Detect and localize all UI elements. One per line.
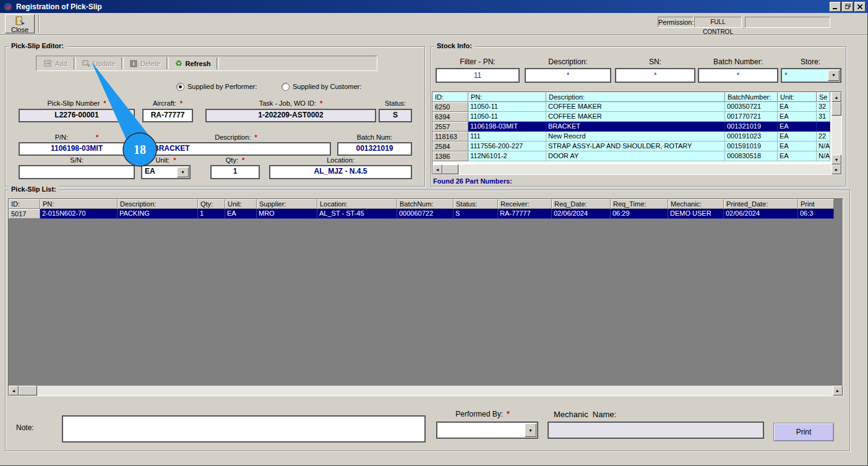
status-label: Status:	[379, 100, 412, 108]
pick-column-header[interactable]: Description:	[118, 199, 198, 209]
pick-column-header[interactable]: Printed_Date:	[724, 199, 798, 209]
pick-table-cell: DEMO USER	[668, 209, 724, 219]
pick-column-header[interactable]: BatchNum:	[397, 199, 453, 209]
pick-column-header[interactable]: Location:	[317, 199, 397, 209]
pick-column-header[interactable]: PN:	[40, 199, 118, 209]
filter-sn-label: SN:	[615, 58, 695, 66]
scroll-right-button[interactable]: ►	[831, 164, 841, 174]
stock-vertical-scrollbar[interactable]: ▲ ▼	[831, 92, 841, 164]
location-field[interactable]: AL_MJZ - N.4.5	[269, 165, 412, 179]
scroll-down-button[interactable]: ▼	[831, 155, 841, 164]
pick-table-cell: 5017	[9, 209, 40, 219]
pick-column-header[interactable]: Unit:	[225, 199, 257, 209]
stock-table-cell: 32	[817, 102, 830, 112]
stock-column-header[interactable]: PN:	[468, 92, 546, 102]
supplied-by-customer-radio[interactable]: Supplied by Customer:	[281, 83, 361, 91]
pick-slip-editor-title: Pick-Slip Editor:	[9, 42, 66, 49]
scrollbar-thumb[interactable]	[19, 386, 37, 396]
stock-column-header[interactable]: Unit:	[778, 92, 817, 102]
unit-combobox[interactable]: EA ▼	[141, 165, 191, 179]
batch-num-field[interactable]: 001321019	[337, 142, 412, 156]
store-value: *	[784, 71, 788, 80]
stock-column-header[interactable]: Description:	[546, 92, 725, 102]
close-button[interactable]: Close	[5, 14, 35, 33]
add-button[interactable]: Add	[39, 57, 72, 70]
task-field[interactable]: 1-202209-AST0002	[205, 109, 376, 122]
pick-column-header[interactable]: Print	[798, 199, 834, 209]
pn-field[interactable]: 1106198-03MIT	[19, 142, 135, 156]
qty-field[interactable]: 1	[210, 165, 260, 179]
supplied-by-performer-radio[interactable]: Supplied by Performer:	[176, 83, 257, 91]
delete-button[interactable]: Delete	[125, 57, 165, 70]
close-window-button[interactable]	[854, 2, 866, 12]
note-input[interactable]	[62, 415, 426, 443]
scroll-left-button[interactable]: ◄	[9, 386, 19, 396]
filter-pn-label: Filter - PN:	[436, 58, 520, 66]
unit-dropdown-button[interactable]: ▼	[177, 167, 189, 177]
status-field[interactable]: S	[379, 109, 412, 122]
update-button-label: Update	[93, 60, 115, 67]
stock-table-row[interactable]: 1386112N6101-2DOOR AY000830518EAN/A	[432, 151, 841, 161]
pick-column-header[interactable]: Qty:	[198, 199, 225, 209]
pick-column-header[interactable]: Status:	[453, 199, 498, 209]
scrollbar-thumb[interactable]	[442, 164, 458, 174]
stock-horizontal-scrollbar[interactable]: ◄ ►	[432, 164, 841, 174]
stock-table-row[interactable]: 639411050-11COFFEE MAKER001770721EA31	[432, 112, 841, 122]
update-button[interactable]: Update	[77, 57, 120, 70]
scroll-left-button[interactable]: ◄	[432, 164, 442, 174]
note-label: Note:	[16, 424, 34, 432]
description-label: Description:*	[141, 133, 331, 142]
stock-info-title: Stock Info:	[434, 42, 475, 49]
main-toolbar: Close Permission: FULL CONTROL	[0, 13, 868, 35]
store-dropdown-button[interactable]: ▼	[828, 70, 840, 81]
pick-column-header[interactable]: Supplier:	[257, 199, 317, 209]
mechanic-name-field[interactable]	[548, 422, 764, 439]
pick-horizontal-scrollbar[interactable]: ◄ ►	[9, 386, 843, 396]
stock-column-header[interactable]: BatchNumber:	[725, 92, 778, 102]
sn-field[interactable]	[19, 165, 135, 179]
restore-button[interactable]	[842, 2, 853, 12]
pick-column-header[interactable]: Mechanic:	[668, 199, 724, 209]
stock-table-row[interactable]: 25571106198-03MITBRACKET001321019EA	[432, 122, 841, 132]
pick-column-header[interactable]: Receiver:	[498, 199, 552, 209]
refresh-button[interactable]: ♻ Refresh	[170, 57, 216, 70]
stock-table-cell: COFFEE MAKER	[546, 102, 725, 112]
stock-header-row: ID:PN:Description:BatchNumber:Unit:Se	[432, 92, 841, 102]
performed-by-dropdown-button[interactable]: ▼	[525, 423, 536, 437]
stock-column-header[interactable]: ID:	[432, 92, 468, 102]
stock-table-cell: 31	[817, 112, 830, 122]
print-button[interactable]: Print	[773, 423, 834, 441]
stock-table-cell: EA	[778, 122, 817, 132]
performed-by-combobox[interactable]: ▼	[436, 422, 538, 439]
pick-table-row[interactable]: 50172-015N602-70PACKING1EAMROAL_ST - ST-…	[9, 209, 843, 219]
filter-batch-input[interactable]: *	[698, 68, 778, 83]
pick-column-header[interactable]: Req_Date:	[552, 199, 611, 209]
close-icon	[857, 4, 862, 9]
stock-table-cell: EA	[778, 142, 817, 151]
pick-table-cell: 06:3	[798, 209, 834, 219]
stock-table-row[interactable]: 625011050-11COFFEE MAKER000350721EA32	[432, 102, 841, 112]
description-field[interactable]: BRACKET	[141, 142, 331, 156]
scroll-up-button[interactable]: ▲	[831, 92, 841, 102]
performed-by-label: Performed By:*	[436, 410, 529, 418]
scrollbar-thumb[interactable]	[831, 102, 841, 116]
stock-table-cell: 111	[468, 132, 546, 142]
pick-table-cell: EA	[225, 209, 257, 219]
scroll-right-button[interactable]: ►	[833, 386, 843, 396]
filter-description-input[interactable]: *	[525, 68, 611, 83]
filter-pn-input[interactable]: 11	[436, 68, 520, 83]
stock-table-row[interactable]: 118163111New Reocrd000191023EA22	[432, 132, 841, 142]
stock-column-header[interactable]: Se	[817, 92, 830, 102]
pick-column-header[interactable]: Req_Time:	[611, 199, 668, 209]
pick-column-header[interactable]: ID:	[9, 199, 40, 209]
filter-sn-input[interactable]: *	[615, 68, 695, 83]
pick-slip-number-field[interactable]: L2276-00001	[19, 109, 135, 122]
aircraft-field[interactable]: RA-77777	[142, 109, 193, 122]
minimize-button[interactable]	[830, 2, 841, 12]
store-combobox[interactable]: * ▼	[781, 68, 841, 83]
stock-table-row[interactable]: 25841117556-200-227STRAP ASSY-LAP AND SH…	[432, 142, 841, 151]
pick-slip-number-label: Pick-Slip Number*	[19, 100, 135, 108]
pick-table-cell: 02/06/2024	[552, 209, 611, 219]
stock-table-cell: 001321019	[725, 122, 778, 132]
delete-button-label: Delete	[140, 60, 160, 67]
